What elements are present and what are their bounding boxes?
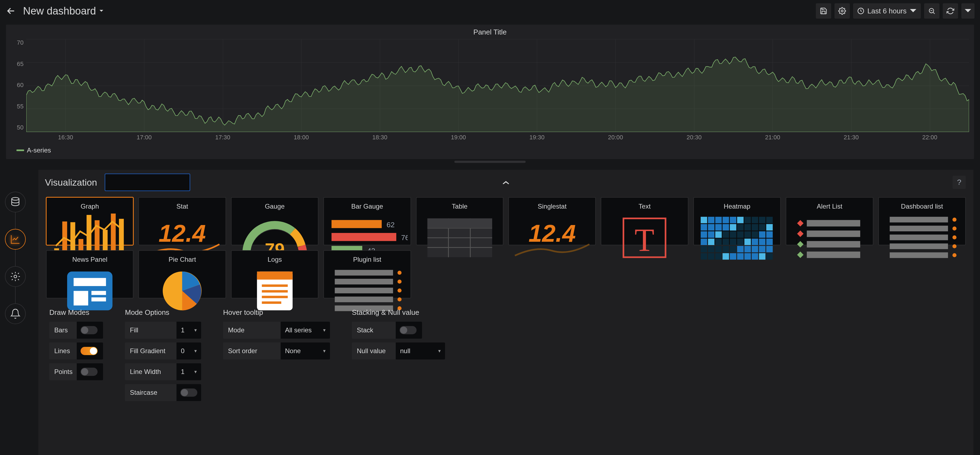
option-stack: Stack	[352, 322, 445, 339]
viz-card-bar-gauge[interactable]: Bar Gauge627643	[323, 197, 411, 245]
back-button[interactable]	[5, 5, 16, 16]
svg-point-106	[952, 253, 956, 257]
save-button[interactable]	[816, 3, 831, 19]
svg-rect-34	[708, 217, 714, 224]
svg-rect-116	[262, 290, 288, 293]
viz-card-alert-list[interactable]: Alert List	[786, 197, 873, 245]
svg-rect-46	[722, 224, 729, 230]
settings-button[interactable]	[834, 3, 850, 19]
viz-card-thumb	[327, 266, 407, 315]
svg-rect-93	[807, 220, 860, 227]
rail-queries-button[interactable]	[5, 192, 26, 212]
panel-resize-handle[interactable]	[454, 161, 526, 163]
sort-order-select[interactable]: None▾	[281, 342, 330, 360]
svg-rect-114	[257, 271, 293, 280]
option-label: Fill Gradient	[125, 342, 177, 360]
collapse-editor-button[interactable]	[502, 180, 510, 184]
viz-card-pie-chart[interactable]: Pie Chart	[138, 250, 226, 298]
svg-point-4	[14, 275, 17, 278]
svg-rect-119	[335, 270, 393, 276]
svg-rect-90	[752, 253, 758, 260]
viz-card-stat[interactable]: Stat12.4	[138, 197, 226, 245]
svg-rect-43	[701, 224, 707, 230]
viz-card-label: Pie Chart	[169, 256, 196, 263]
x-tick: 17:00	[105, 134, 184, 141]
viz-card-text[interactable]: TextT	[601, 197, 688, 245]
zoom-out-button[interactable]	[924, 3, 939, 19]
svg-rect-17	[332, 220, 382, 228]
time-range-button[interactable]: Last 6 hours	[853, 3, 921, 19]
refresh-icon	[947, 7, 954, 15]
viz-card-singlestat[interactable]: Singlestat12.4	[508, 197, 596, 245]
bars-toggle[interactable]	[81, 326, 97, 334]
viz-card-heatmap[interactable]: Heatmap	[694, 197, 781, 245]
viz-card-logs[interactable]: Logs	[231, 250, 318, 298]
visualization-search[interactable]	[105, 174, 190, 191]
draw-modes-section: Draw Modes Bars Lines Points	[49, 308, 103, 401]
points-toggle[interactable]	[81, 368, 97, 376]
legend[interactable]: A-series	[16, 146, 969, 154]
svg-rect-88	[737, 253, 743, 260]
option-lines: Lines	[49, 342, 103, 360]
svg-point-122	[398, 279, 402, 284]
chevron-up-icon	[502, 180, 510, 184]
x-tick: 19:30	[498, 134, 576, 141]
lines-toggle[interactable]	[81, 347, 97, 355]
gear-icon	[838, 7, 846, 15]
visualization-search-input[interactable]	[114, 178, 203, 187]
refresh-button[interactable]	[943, 3, 958, 19]
svg-rect-79	[744, 246, 751, 252]
svg-rect-41	[759, 217, 765, 224]
viz-card-table[interactable]: Table	[416, 197, 503, 245]
svg-rect-80	[752, 246, 758, 252]
x-axis: 16:3017:0017:3018:0018:3019:0019:3020:00…	[26, 134, 969, 141]
y-tick: 60	[17, 82, 24, 89]
rail-general-button[interactable]	[5, 266, 26, 287]
staircase-toggle[interactable]	[180, 388, 197, 397]
rail-alert-button[interactable]	[5, 303, 26, 324]
fill-select[interactable]: 1▾	[177, 322, 201, 339]
svg-point-126	[398, 297, 402, 301]
svg-rect-105	[889, 252, 948, 258]
svg-rect-59	[744, 231, 751, 238]
refresh-interval-button[interactable]	[961, 3, 975, 19]
viz-card-news-panel[interactable]: News Panel	[46, 250, 134, 298]
section-heading: Stacking & Null value	[352, 308, 445, 317]
viz-card-dashboard-list[interactable]: Dashboard list	[878, 197, 966, 245]
x-tick: 20:00	[576, 134, 655, 141]
svg-rect-68	[737, 239, 743, 245]
dashboard-title-dropdown[interactable]: New dashboard	[23, 5, 103, 17]
rail-visualization-button[interactable]	[5, 229, 26, 250]
viz-card-plugin-list[interactable]: Plugin list	[323, 250, 411, 298]
viz-card-graph[interactable]: Graph	[46, 197, 134, 245]
bell-icon	[10, 308, 21, 319]
chart-area[interactable]: 7065605550	[11, 39, 969, 132]
fill-gradient-select[interactable]: 0▾	[177, 342, 201, 360]
question-icon: ?	[957, 178, 961, 187]
option-fill-gradient: Fill Gradient 0▾	[125, 342, 201, 360]
x-tick: 17:30	[183, 134, 262, 141]
save-icon	[820, 7, 827, 15]
viz-card-label: Plugin list	[353, 256, 382, 263]
sliders-icon	[10, 271, 21, 282]
null-value-select[interactable]: null▾	[396, 342, 445, 360]
viz-card-label: Heatmap	[724, 203, 750, 210]
svg-rect-108	[74, 278, 106, 286]
svg-text:62: 62	[387, 220, 395, 229]
line-width-select[interactable]: 1▾	[177, 363, 201, 380]
svg-rect-55	[715, 231, 722, 238]
viz-card-gauge[interactable]: Gauge79	[231, 197, 318, 245]
database-icon	[10, 197, 21, 208]
option-label: Lines	[49, 342, 77, 360]
svg-rect-36	[722, 217, 729, 224]
svg-rect-103	[889, 243, 948, 249]
option-control	[177, 384, 201, 401]
svg-rect-111	[92, 297, 106, 301]
stack-toggle[interactable]	[399, 326, 417, 334]
plot-area[interactable]	[26, 39, 969, 132]
svg-rect-45	[715, 224, 722, 230]
help-button[interactable]: ?	[953, 176, 966, 189]
svg-rect-89	[744, 253, 751, 260]
x-tick: 21:30	[812, 134, 891, 141]
tooltip-mode-select[interactable]: All series▾	[281, 322, 330, 339]
